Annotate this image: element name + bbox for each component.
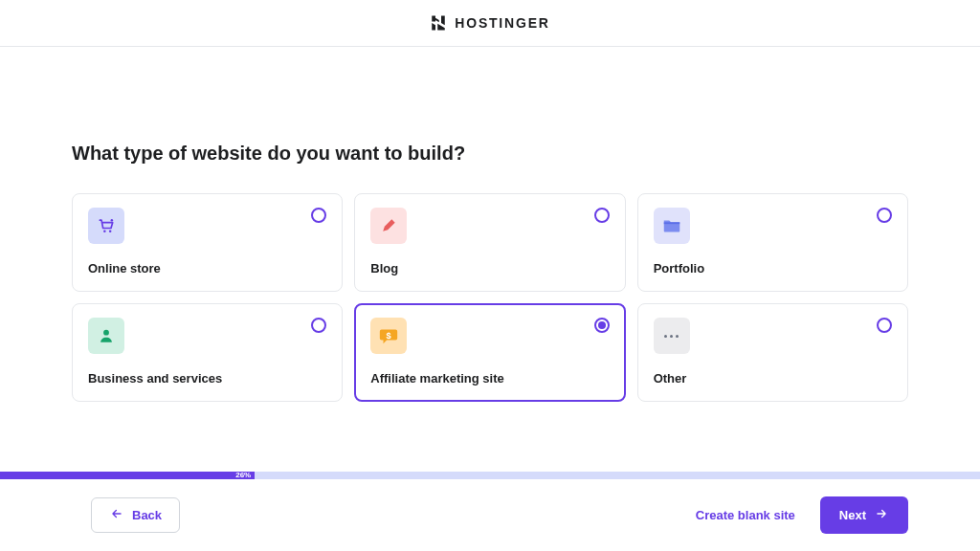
next-label: Next — [839, 508, 866, 522]
svg-point-1 — [109, 231, 112, 233]
folder-icon — [654, 208, 690, 244]
footer-right: Create blank site Next — [696, 496, 908, 534]
person-icon — [88, 318, 124, 354]
back-button[interactable]: Back — [91, 497, 180, 533]
arrow-right-icon — [874, 507, 889, 523]
cart-icon — [88, 208, 124, 244]
ellipsis-icon — [654, 318, 690, 354]
svg-text:$: $ — [387, 331, 391, 341]
brand-name: HOSTINGER — [455, 15, 549, 31]
hostinger-icon — [430, 14, 447, 32]
radio-indicator — [311, 208, 326, 223]
brand-logo: HOSTINGER — [430, 14, 549, 32]
svg-point-2 — [111, 219, 114, 222]
radio-indicator — [594, 318, 610, 333]
option-online-store[interactable]: Online store — [72, 193, 343, 292]
option-label: Affiliate marketing site — [370, 371, 609, 386]
radio-indicator — [311, 318, 326, 333]
radio-indicator — [594, 208, 610, 223]
option-label: Online store — [88, 261, 326, 276]
dollar-chat-icon: $ — [370, 318, 407, 354]
option-blog[interactable]: Blog — [354, 193, 625, 292]
create-blank-button[interactable]: Create blank site — [696, 508, 795, 522]
header: HOSTINGER — [0, 0, 980, 47]
radio-indicator — [877, 208, 892, 223]
option-label: Other — [654, 371, 892, 386]
progress-fill: 26% — [0, 472, 255, 479]
option-label: Business and services — [88, 371, 326, 386]
option-label: Blog — [370, 261, 609, 276]
option-affiliate[interactable]: $ Affiliate marketing site — [354, 303, 625, 402]
main-content: What type of website do you want to buil… — [0, 47, 980, 402]
svg-point-3 — [103, 330, 109, 336]
progress-label: 26% — [235, 471, 251, 479]
option-portfolio[interactable]: Portfolio — [637, 193, 908, 292]
option-label: Portfolio — [654, 261, 892, 276]
progress-bar: 26% — [0, 472, 980, 479]
next-button[interactable]: Next — [820, 496, 908, 534]
back-label: Back — [132, 508, 162, 522]
radio-indicator — [877, 318, 892, 333]
svg-point-0 — [103, 231, 106, 233]
arrow-left-icon — [109, 507, 124, 523]
footer: Back Create blank site Next — [0, 479, 980, 551]
option-business[interactable]: Business and services — [72, 303, 343, 402]
blank-label: Create blank site — [696, 508, 795, 522]
option-other[interactable]: Other — [637, 303, 908, 402]
pencil-icon — [370, 208, 407, 244]
page-title: What type of website do you want to buil… — [72, 143, 908, 165]
options-grid: Online store Blog Portfolio — [72, 193, 908, 402]
